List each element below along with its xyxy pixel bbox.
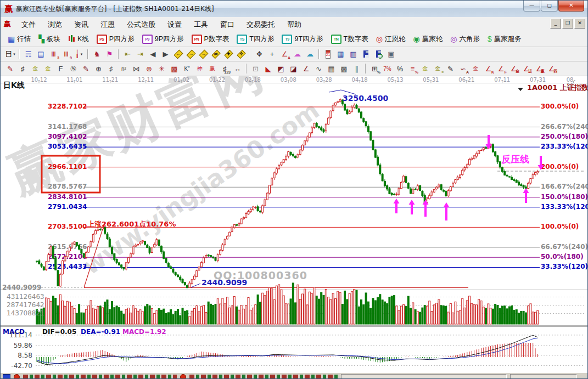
symbol-dropdown-icon[interactable] [518,88,523,91]
first-bar-icon[interactable]: ⇤ [122,49,133,60]
sectors-button[interactable]: ▚板块 [35,33,64,45]
angle-measure-icon[interactable]: ∠A [279,49,290,60]
menu-item-3[interactable]: 江恩 [94,18,121,31]
title-bar[interactable]: 赢 赢家江恩专业版[赢家服务平台] - [上证指数 SH1A0001-214日K… [1,1,587,18]
grid9-tool-icon[interactable]: ▩ [338,63,350,74]
menu-item-0[interactable]: 文件 [15,18,42,31]
spiral-tool-icon[interactable]: ⑤ [68,63,79,74]
menu-item-7[interactable]: 窗口 [214,18,240,31]
angle-fan-icon[interactable]: ∠ [300,63,312,74]
winner-service-button[interactable]: $赢家服务 [484,33,525,45]
k-angle-icon[interactable]: ∠K [483,63,494,74]
print-icon[interactable]: ▣ [385,49,397,60]
mirror-angle-icon[interactable]: ⋈ [131,63,142,74]
winner-wheel-button[interactable]: ◉赢家轮 [409,33,446,45]
gann-star-icon[interactable]: ✳ [156,63,167,74]
symbol-label[interactable]: 1A0001 上证指数 [527,83,587,93]
golden-lines-icon[interactable]: 金≡ [432,63,444,74]
crosshair-icon[interactable]: + [266,49,278,60]
n-squared-icon[interactable]: n² [118,63,130,74]
mdi-minimize-button[interactable]: _ [550,19,561,29]
win-tool-icon[interactable]: 赢 [206,63,218,74]
shaded-square-icon[interactable]: ◩ [275,63,287,74]
pattern-window-icon[interactable]: ☴ [23,49,34,60]
golden-ruler2-icon[interactable]: 金 [42,63,54,74]
menu-item-8[interactable]: 交易委托 [240,18,281,31]
compress-x-icon[interactable]: ⇄ [210,49,222,60]
close-button[interactable]: ✕ [558,1,584,12]
expand-x-icon[interactable]: ↔ [198,49,209,60]
p-square-button[interactable]: PSP四方形 [93,33,138,45]
percent-icon[interactable]: % [394,63,406,74]
hexagon-button[interactable]: ◎六角形 [446,33,484,45]
advance-angle-icon[interactable]: ∠进 [520,63,532,74]
four-angle-icon[interactable]: ∠四 [546,63,557,74]
golden-circle-icon[interactable]: 金 [419,63,431,74]
wolf-icon[interactable]: ♞ [91,49,103,60]
pan-hand-icon[interactable]: ✥ [254,49,265,60]
t-square-button[interactable]: TST四方形 [233,33,278,45]
time-ruler-icon[interactable]: ♯ [105,63,117,74]
next-bar-icon[interactable]: ▶ [160,49,171,60]
candle-style-dropdown[interactable]: ╽▾ [73,49,85,60]
color-flag-icon[interactable]: ⚑ [104,49,115,60]
period-day-dropdown[interactable]: 日▾ [4,49,16,60]
minimize-button[interactable]: — [523,1,540,12]
golden-angle-icon[interactable]: ∠金 [508,63,519,74]
maximize-button[interactable]: ▢ [541,1,558,12]
cloud-pink-icon[interactable]: ☁ [292,49,303,60]
9p-square-button[interactable]: P99P四方形 [138,33,188,45]
cloud-blue-icon[interactable]: ☁ [304,49,316,60]
menu-item-4[interactable]: 公式选股 [121,18,161,31]
p-table-button[interactable]: PNP数字表 [188,33,233,45]
price-ruler-icon[interactable]: ♯ [17,63,29,74]
gann-wheel-button[interactable]: ◎江恩轮 [372,33,410,45]
quotes-button[interactable]: ▦行情 [4,33,35,45]
count-ruler-icon[interactable]: ♯123 [219,63,231,74]
width-measure-icon[interactable]: ↔ [232,63,243,74]
status-symbol-panel[interactable] [510,374,577,378]
a-wave-icon[interactable]: ∽A [457,63,469,74]
zigzag-icon[interactable]: ∿ [313,63,324,74]
cycle-circle-icon[interactable]: ⊕ [93,63,104,74]
parallel-lines-icon[interactable]: ∥ [351,63,362,74]
win-angle-icon[interactable]: ∠赢 [533,63,545,74]
center-view-icon[interactable]: ✜ [236,49,247,60]
mdi-restore-button[interactable]: ❐ [562,19,573,29]
percent-lines-icon[interactable]: ≡% [407,63,418,74]
bars-9-icon[interactable]: Ⅲ9 [60,49,72,60]
9t-square-button[interactable]: T99T四方形 [278,33,327,45]
kline-button[interactable]: K线 [64,33,93,45]
save-icon[interactable] [360,49,372,60]
prev-bar-icon[interactable]: ◀ [147,49,159,60]
fib-ruler-icon[interactable]: F [55,63,66,74]
golden-ruler-icon[interactable]: 金 [30,63,41,74]
mdi-close-button[interactable]: ✕ [574,19,585,29]
seven-percent-icon[interactable]: 7% [382,63,393,74]
shen-tool-icon[interactable]: 神 [194,63,205,74]
gann-compass-icon[interactable]: ⊕ [143,63,155,74]
marker-pen-icon[interactable]: ✎ [80,63,92,74]
fan-lines-icon[interactable]: ◣ [262,63,274,74]
last-bar-icon[interactable]: ⇥ [135,49,146,60]
shift-right-icon[interactable]: → [185,49,197,60]
chart-area[interactable]: 赢家财富网 www.yingjia360.com QQ:100800360 10… [1,76,587,372]
grid-tool-icon[interactable]: ▦ [326,63,337,74]
menu-item-5[interactable]: 设置 [161,18,188,31]
expand-all-icon[interactable]: ✚ [223,49,234,60]
pencil-tool-icon[interactable]: ✎ [4,63,16,74]
golden-section-icon[interactable]: 金 [470,63,481,74]
f-angle-icon[interactable]: ∠F [495,63,507,74]
report-icon[interactable]: ▥ [348,49,359,60]
t-table-button[interactable]: TNT数字表 [327,33,372,45]
menu-item-9[interactable]: 帮助 [281,18,307,31]
gann-web-icon[interactable]: ▩ [169,63,180,74]
bars-3-icon[interactable]: Ⅲ3 [48,49,59,60]
calendar-icon[interactable]: 21 [322,49,334,60]
note-icon[interactable]: ▤ [35,49,47,60]
wave-mark-icon[interactable]: K″ [181,63,193,74]
status-news-panel[interactable] [341,374,507,378]
percent-table-icon[interactable]: ⊞% [369,63,380,74]
calculator-icon[interactable]: ▦ [335,49,346,60]
menu-item-1[interactable]: 浏览 [42,18,68,31]
